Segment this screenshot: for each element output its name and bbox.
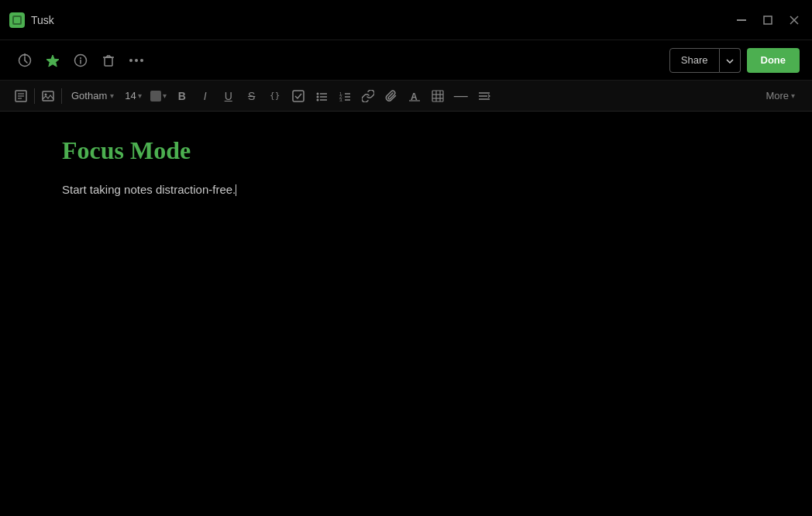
info-button[interactable] xyxy=(68,48,93,73)
svg-text:3.: 3. xyxy=(339,98,343,102)
svg-point-20 xyxy=(129,59,132,62)
ordered-list-button[interactable]: 1. 2. 3. xyxy=(334,85,356,107)
font-selector[interactable]: Gotham ▾ xyxy=(67,87,119,105)
svg-point-21 xyxy=(135,59,138,62)
maximize-button[interactable] xyxy=(759,12,776,29)
bold-button[interactable]: B xyxy=(171,85,193,107)
font-size-selector[interactable]: 14 ▾ xyxy=(120,87,146,105)
code-button[interactable]: {} xyxy=(264,85,286,107)
svg-point-10 xyxy=(24,53,26,56)
close-button[interactable] xyxy=(786,12,803,29)
attachment-view-icon[interactable] xyxy=(40,88,57,105)
strikethrough-button[interactable]: S xyxy=(241,85,263,107)
svg-rect-44 xyxy=(432,91,443,101)
italic-icon: I xyxy=(204,90,207,102)
svg-point-32 xyxy=(316,98,318,101)
more-button[interactable]: More ▾ xyxy=(761,87,800,105)
more-chevron-icon: ▾ xyxy=(791,91,795,100)
editor-area[interactable]: Focus Mode Start taking notes distractio… xyxy=(0,112,812,516)
note-body[interactable]: Start taking notes distraction-free. xyxy=(62,181,750,199)
svg-rect-27 xyxy=(43,91,53,101)
svg-point-31 xyxy=(316,95,318,98)
format-toolbar: Gotham ▾ 14 ▾ ▾ B I U S {} xyxy=(0,81,812,112)
link-button[interactable] xyxy=(357,85,379,107)
highlight-button[interactable]: A xyxy=(404,85,425,107)
separator-1 xyxy=(34,88,35,104)
toolbar-left xyxy=(12,48,149,73)
svg-marker-11 xyxy=(46,55,59,67)
reminder-button[interactable] xyxy=(12,48,37,73)
attach-button[interactable] xyxy=(380,85,402,107)
checkbox-button[interactable] xyxy=(287,85,309,107)
text-color-button[interactable]: ▾ xyxy=(148,85,170,107)
color-chevron-icon: ▾ xyxy=(163,91,167,100)
align-button[interactable] xyxy=(473,85,495,107)
note-body-text: Start taking notes distraction-free. xyxy=(62,183,236,196)
divider-button[interactable]: — xyxy=(450,85,472,107)
color-swatch xyxy=(150,91,161,101)
title-bar-controls xyxy=(733,12,803,29)
more-options-button[interactable] xyxy=(124,48,149,73)
note-view-icon[interactable] xyxy=(12,88,29,105)
underline-button[interactable]: U xyxy=(218,85,239,107)
text-cursor xyxy=(236,184,236,196)
done-button[interactable]: Done xyxy=(747,48,800,73)
svg-rect-43 xyxy=(409,100,420,101)
svg-point-28 xyxy=(45,93,47,95)
more-label: More xyxy=(766,90,789,101)
svg-line-9 xyxy=(25,60,27,63)
title-bar-left: Tusk xyxy=(9,12,54,28)
share-dropdown-button[interactable] xyxy=(720,48,741,73)
app-title: Tusk xyxy=(31,14,54,26)
title-bar: Tusk xyxy=(0,0,812,40)
svg-point-30 xyxy=(316,92,318,95)
delete-button[interactable] xyxy=(96,48,121,73)
unordered-list-button[interactable] xyxy=(311,85,332,107)
svg-rect-2 xyxy=(14,17,20,23)
app-icon xyxy=(9,12,25,28)
code-icon: {} xyxy=(270,91,280,101)
svg-rect-15 xyxy=(105,57,112,66)
svg-point-13 xyxy=(80,57,81,59)
svg-point-22 xyxy=(140,59,143,62)
share-button[interactable]: Share xyxy=(669,48,720,73)
note-title: Focus Mode xyxy=(62,136,750,165)
font-size-value: 14 xyxy=(125,90,136,101)
font-name: Gotham xyxy=(71,90,107,101)
table-button[interactable] xyxy=(427,85,449,107)
italic-button[interactable]: I xyxy=(194,85,216,107)
toolbar-right: Share Done xyxy=(669,48,800,73)
minimize-button[interactable] xyxy=(733,12,750,29)
favorite-button[interactable] xyxy=(40,48,65,73)
size-chevron-icon: ▾ xyxy=(138,91,142,100)
svg-rect-4 xyxy=(764,16,772,24)
underline-icon: U xyxy=(225,90,232,102)
svg-rect-3 xyxy=(737,19,746,21)
bold-icon: B xyxy=(178,90,186,102)
svg-rect-29 xyxy=(293,91,304,101)
strikethrough-icon: S xyxy=(248,90,255,102)
main-toolbar: Share Done xyxy=(0,40,812,81)
separator-2 xyxy=(61,88,62,104)
font-chevron-icon: ▾ xyxy=(110,91,114,100)
